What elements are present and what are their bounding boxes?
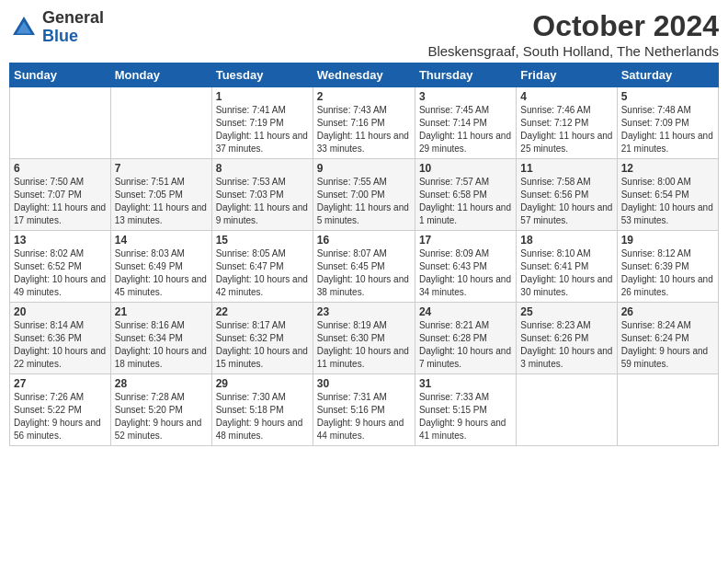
calendar-cell: 29Sunrise: 7:30 AM Sunset: 5:18 PM Dayli… [211, 374, 313, 446]
calendar-cell: 16Sunrise: 8:07 AM Sunset: 6:45 PM Dayli… [313, 231, 415, 303]
calendar-cell [10, 87, 111, 159]
day-info: Sunrise: 8:24 AM Sunset: 6:24 PM Dayligh… [621, 319, 714, 371]
day-info: Sunrise: 8:17 AM Sunset: 6:32 PM Dayligh… [216, 319, 309, 371]
month-year: October 2024 [427, 9, 719, 43]
day-info: Sunrise: 8:21 AM Sunset: 6:28 PM Dayligh… [419, 319, 512, 371]
day-info: Sunrise: 8:09 AM Sunset: 6:43 PM Dayligh… [419, 247, 512, 299]
day-info: Sunrise: 7:31 AM Sunset: 5:16 PM Dayligh… [317, 391, 411, 442]
day-info: Sunrise: 7:53 AM Sunset: 7:03 PM Dayligh… [216, 176, 309, 227]
calendar-cell: 18Sunrise: 8:10 AM Sunset: 6:41 PM Dayli… [517, 231, 617, 303]
day-info: Sunrise: 7:26 AM Sunset: 5:22 PM Dayligh… [14, 391, 107, 442]
day-number: 13 [14, 234, 107, 247]
calendar-cell: 23Sunrise: 8:19 AM Sunset: 6:30 PM Dayli… [313, 303, 415, 374]
day-number: 2 [317, 90, 411, 103]
day-info: Sunrise: 7:55 AM Sunset: 7:00 PM Dayligh… [317, 176, 411, 227]
weekday-header: Tuesday [211, 63, 313, 87]
day-info: Sunrise: 7:45 AM Sunset: 7:14 PM Dayligh… [419, 104, 512, 155]
calendar-cell: 2Sunrise: 7:43 AM Sunset: 7:16 PM Daylig… [313, 87, 415, 159]
day-info: Sunrise: 7:43 AM Sunset: 7:16 PM Dayligh… [317, 104, 411, 155]
calendar-cell: 3Sunrise: 7:45 AM Sunset: 7:14 PM Daylig… [415, 87, 516, 159]
day-number: 23 [317, 305, 411, 318]
logo: General Blue [9, 9, 104, 46]
calendar-cell [617, 374, 718, 446]
day-number: 1 [216, 90, 309, 103]
calendar-week-row: 27Sunrise: 7:26 AM Sunset: 5:22 PM Dayli… [10, 374, 719, 446]
logo-icon [9, 13, 39, 42]
day-number: 17 [419, 234, 512, 247]
calendar-cell: 14Sunrise: 8:03 AM Sunset: 6:49 PM Dayli… [110, 231, 211, 303]
calendar-cell: 1Sunrise: 7:41 AM Sunset: 7:19 PM Daylig… [211, 87, 313, 159]
day-number: 26 [621, 305, 714, 318]
title-block: October 2024 Bleskensgraaf, South Hollan… [427, 9, 719, 59]
day-number: 18 [520, 234, 612, 247]
day-number: 19 [621, 234, 714, 247]
day-number: 14 [115, 234, 208, 247]
day-number: 20 [14, 305, 107, 318]
calendar-cell: 30Sunrise: 7:31 AM Sunset: 5:16 PM Dayli… [313, 374, 415, 446]
calendar-cell: 27Sunrise: 7:26 AM Sunset: 5:22 PM Dayli… [10, 374, 111, 446]
calendar-week-row: 6Sunrise: 7:50 AM Sunset: 7:07 PM Daylig… [10, 159, 719, 231]
day-info: Sunrise: 7:33 AM Sunset: 5:15 PM Dayligh… [419, 391, 512, 442]
day-number: 22 [216, 305, 309, 318]
calendar-cell: 12Sunrise: 8:00 AM Sunset: 6:54 PM Dayli… [617, 159, 718, 231]
day-number: 24 [419, 305, 512, 318]
day-number: 27 [14, 377, 107, 390]
calendar-cell: 8Sunrise: 7:53 AM Sunset: 7:03 PM Daylig… [211, 159, 313, 231]
day-number: 16 [317, 234, 411, 247]
calendar-week-row: 13Sunrise: 8:02 AM Sunset: 6:52 PM Dayli… [10, 231, 719, 303]
calendar-cell: 22Sunrise: 8:17 AM Sunset: 6:32 PM Dayli… [211, 303, 313, 374]
day-number: 5 [621, 90, 714, 103]
day-number: 31 [419, 377, 512, 390]
page-header: General Blue October 2024 Bleskensgraaf,… [9, 9, 719, 59]
day-number: 15 [216, 234, 309, 247]
calendar-cell: 6Sunrise: 7:50 AM Sunset: 7:07 PM Daylig… [10, 159, 111, 231]
day-info: Sunrise: 8:12 AM Sunset: 6:39 PM Dayligh… [621, 247, 714, 299]
day-number: 10 [419, 162, 512, 175]
day-number: 30 [317, 377, 411, 390]
day-info: Sunrise: 8:02 AM Sunset: 6:52 PM Dayligh… [14, 247, 107, 299]
calendar-cell: 26Sunrise: 8:24 AM Sunset: 6:24 PM Dayli… [617, 303, 718, 374]
day-info: Sunrise: 7:41 AM Sunset: 7:19 PM Dayligh… [216, 104, 309, 155]
weekday-header: Thursday [415, 63, 516, 87]
weekday-header: Saturday [617, 63, 718, 87]
weekday-header: Monday [110, 63, 211, 87]
calendar-cell: 4Sunrise: 7:46 AM Sunset: 7:12 PM Daylig… [517, 87, 617, 159]
calendar-cell: 24Sunrise: 8:21 AM Sunset: 6:28 PM Dayli… [415, 303, 516, 374]
calendar-cell: 10Sunrise: 7:57 AM Sunset: 6:58 PM Dayli… [415, 159, 516, 231]
calendar-table: SundayMondayTuesdayWednesdayThursdayFrid… [9, 63, 719, 446]
calendar-week-row: 20Sunrise: 8:14 AM Sunset: 6:36 PM Dayli… [10, 303, 719, 374]
day-info: Sunrise: 8:19 AM Sunset: 6:30 PM Dayligh… [317, 319, 411, 371]
day-number: 11 [520, 162, 612, 175]
day-number: 9 [317, 162, 411, 175]
day-number: 29 [216, 377, 309, 390]
weekday-header-row: SundayMondayTuesdayWednesdayThursdayFrid… [10, 63, 719, 87]
day-number: 7 [115, 162, 208, 175]
calendar-cell: 13Sunrise: 8:02 AM Sunset: 6:52 PM Dayli… [10, 231, 111, 303]
calendar-cell [110, 87, 211, 159]
calendar-week-row: 1Sunrise: 7:41 AM Sunset: 7:19 PM Daylig… [10, 87, 719, 159]
calendar-cell: 11Sunrise: 7:58 AM Sunset: 6:56 PM Dayli… [517, 159, 617, 231]
calendar-cell: 21Sunrise: 8:16 AM Sunset: 6:34 PM Dayli… [110, 303, 211, 374]
day-info: Sunrise: 7:30 AM Sunset: 5:18 PM Dayligh… [216, 391, 309, 442]
day-info: Sunrise: 7:51 AM Sunset: 7:05 PM Dayligh… [115, 176, 208, 227]
day-number: 21 [115, 305, 208, 318]
day-info: Sunrise: 8:16 AM Sunset: 6:34 PM Dayligh… [115, 319, 208, 371]
day-number: 3 [419, 90, 512, 103]
day-number: 6 [14, 162, 107, 175]
day-info: Sunrise: 7:57 AM Sunset: 6:58 PM Dayligh… [419, 176, 512, 227]
calendar-cell: 9Sunrise: 7:55 AM Sunset: 7:00 PM Daylig… [313, 159, 415, 231]
calendar-cell: 31Sunrise: 7:33 AM Sunset: 5:15 PM Dayli… [415, 374, 516, 446]
day-info: Sunrise: 7:58 AM Sunset: 6:56 PM Dayligh… [520, 176, 612, 227]
calendar-cell: 5Sunrise: 7:48 AM Sunset: 7:09 PM Daylig… [617, 87, 718, 159]
calendar-cell: 20Sunrise: 8:14 AM Sunset: 6:36 PM Dayli… [10, 303, 111, 374]
day-info: Sunrise: 8:07 AM Sunset: 6:45 PM Dayligh… [317, 247, 411, 299]
day-number: 8 [216, 162, 309, 175]
calendar-cell: 15Sunrise: 8:05 AM Sunset: 6:47 PM Dayli… [211, 231, 313, 303]
day-info: Sunrise: 7:28 AM Sunset: 5:20 PM Dayligh… [115, 391, 208, 442]
weekday-header: Sunday [10, 63, 111, 87]
day-info: Sunrise: 8:10 AM Sunset: 6:41 PM Dayligh… [520, 247, 612, 299]
calendar-cell: 7Sunrise: 7:51 AM Sunset: 7:05 PM Daylig… [110, 159, 211, 231]
day-info: Sunrise: 7:50 AM Sunset: 7:07 PM Dayligh… [14, 176, 107, 227]
calendar-cell: 28Sunrise: 7:28 AM Sunset: 5:20 PM Dayli… [110, 374, 211, 446]
day-info: Sunrise: 7:48 AM Sunset: 7:09 PM Dayligh… [621, 104, 714, 155]
